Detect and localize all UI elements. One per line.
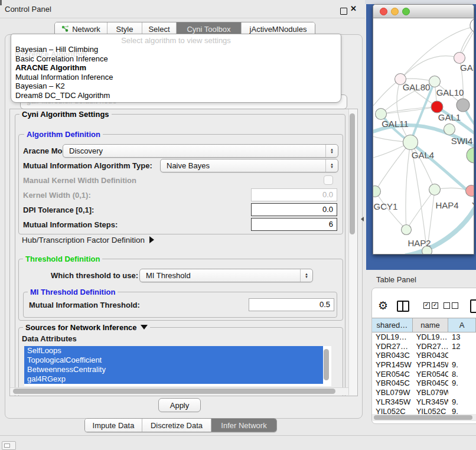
kernel-width-field[interactable]: 0.0 — [251, 188, 337, 201]
table-cell[interactable]: YDL19… — [372, 332, 413, 342]
sources-group-title[interactable]: Sources for Network Inference — [23, 323, 150, 332]
attributes-list-scrollbar[interactable] — [324, 349, 329, 380]
mi-threshold-field[interactable]: 0.5 — [249, 298, 334, 311]
table-cell[interactable]: 8. — [448, 370, 476, 379]
tab-discretize-data[interactable]: Discretize Data — [142, 419, 211, 432]
attribute-item-betweennesscentrality[interactable]: BetweennessCentrality — [24, 365, 323, 374]
traffic-light-close[interactable] — [380, 8, 387, 15]
dpi-tolerance-field[interactable]: 0.0 — [251, 203, 337, 216]
table-cell[interactable]: YBR045C — [413, 379, 448, 388]
table-row[interactable]: YDR27…YDR27…12 — [372, 342, 476, 351]
table-cell[interactable] — [448, 351, 476, 360]
attribute-item-selfloops[interactable]: SelfLoops — [24, 346, 323, 356]
network-edge[interactable] — [381, 107, 437, 114]
manual-kernel-checkbox[interactable] — [324, 175, 333, 185]
table-row[interactable]: YDL19…YDL19…13 — [372, 332, 476, 342]
network-window-titlebar[interactable] — [373, 5, 474, 18]
export-table-icon[interactable] — [470, 299, 476, 313]
table-row[interactable]: YER054CYER054C8. — [372, 370, 476, 379]
column-header-a[interactable]: A — [448, 318, 476, 332]
network-node[interactable] — [466, 185, 474, 197]
table-cell[interactable]: YBR043C — [372, 351, 413, 360]
network-node[interactable] — [444, 124, 455, 135]
table-cell[interactable]: YBR045C — [372, 379, 413, 388]
network-node[interactable] — [429, 76, 441, 87]
table-cell[interactable] — [448, 388, 476, 397]
settings-hscroll-thumb[interactable] — [13, 389, 335, 394]
column-layout-icon[interactable] — [397, 301, 409, 312]
table-cell[interactable]: YDR27… — [413, 342, 448, 351]
mi-type-value: Naive Bayes — [161, 159, 338, 172]
network-edge[interactable] — [400, 56, 459, 79]
attribute-item-topologicalcoefficient[interactable]: TopologicalCoefficient — [24, 356, 323, 365]
apply-button[interactable]: Apply — [158, 398, 201, 412]
column-header-shared[interactable]: shared… — [372, 318, 413, 332]
algorithm-option-mutual-information-inference[interactable]: Mutual Information Inference — [11, 73, 341, 82]
network-node[interactable] — [403, 135, 418, 150]
table-cell[interactable]: YLR345W — [413, 397, 448, 407]
which-threshold-combo[interactable]: MI Threshold ▲▼ — [139, 269, 313, 282]
algorithm-option-dream8-dc-tdc-algorithm[interactable]: Dream8 DC_TDC Algorithm — [11, 91, 341, 100]
gear-icon[interactable]: ⚙ — [378, 299, 388, 312]
table-cell[interactable]: YPR145W — [413, 360, 448, 370]
cyni-bottom-tabs: Impute DataDiscretize DataInfer Network — [84, 418, 277, 432]
column-header-name[interactable]: name — [413, 318, 448, 332]
network-canvas[interactable]: GALGAL80GAL10GAL1GAL11SWI4GAL4GCY1HAP4YH… — [373, 18, 474, 254]
aracne-mode-combo[interactable]: Discovery ▲▼ — [63, 144, 338, 158]
node-label-gal11: GAL11 — [382, 119, 409, 129]
table-cell[interactable]: YDR27… — [372, 342, 413, 351]
table-hscroll-thumb[interactable] — [374, 415, 472, 420]
traffic-light-zoom[interactable] — [402, 8, 410, 15]
table-cell[interactable]: 9. — [448, 379, 476, 388]
control-panel-titlebar — [0, 0, 365, 18]
table-cell[interactable]: 13 — [448, 332, 476, 342]
network-node[interactable] — [376, 109, 387, 120]
tab-impute-data[interactable]: Impute Data — [85, 419, 142, 432]
table-cell[interactable]: YER054C — [372, 370, 413, 379]
table-cell[interactable]: YBR043C — [413, 351, 448, 360]
network-node[interactable] — [454, 53, 465, 64]
table-row[interactable]: YBR045CYBR045C9. — [372, 379, 476, 388]
network-graph[interactable]: GALGAL80GAL10GAL1GAL11SWI4GAL4GCY1HAP4YH… — [373, 18, 474, 254]
table-cell[interactable]: YPR145W — [372, 360, 413, 370]
minimized-panel-button[interactable] — [2, 441, 16, 450]
select-all-checkboxes-icon[interactable]: ✓✓ — [423, 302, 438, 309]
network-node[interactable] — [431, 101, 443, 113]
table-row[interactable]: YPR145WYPR145W9. — [372, 360, 476, 370]
table-row[interactable]: YBR043CYBR043C — [372, 351, 476, 360]
network-node[interactable] — [467, 148, 474, 163]
float-window-icon[interactable] — [340, 8, 347, 15]
algorithm-option-aracne-algorithm[interactable]: ARACNE Algorithm — [11, 63, 341, 73]
table-cell[interactable]: YLR345W — [372, 397, 413, 407]
table-cell[interactable]: 9. — [448, 360, 476, 370]
table-cell[interactable]: YBL079W — [413, 388, 448, 397]
network-node[interactable] — [470, 18, 474, 32]
hub-definition-expander[interactable]: Hub/Transcription Factor Definition — [22, 236, 154, 244]
table-cell[interactable]: 9. — [448, 397, 476, 407]
table-cell[interactable]: 12 — [448, 342, 476, 351]
deselect-all-checkboxes-icon[interactable] — [444, 302, 458, 309]
close-icon[interactable]: ✕ — [350, 4, 357, 13]
settings-vscroll-thumb[interactable] — [350, 113, 355, 234]
table-cell[interactable]: YDL19… — [413, 332, 448, 342]
tab-infer-network[interactable]: Infer Network — [211, 419, 276, 432]
network-node[interactable] — [373, 186, 381, 197]
table-row[interactable]: YBL079WYBL079W — [372, 388, 476, 397]
table-cell[interactable]: YBL079W — [372, 388, 413, 397]
mi-steps-field[interactable]: 6 — [251, 218, 337, 231]
network-node[interactable] — [457, 99, 470, 112]
network-edge[interactable] — [410, 142, 435, 190]
mi-type-combo[interactable]: Naive Bayes ▲▼ — [160, 159, 338, 172]
network-node[interactable] — [429, 184, 441, 195]
sources-title-text: Sources for Network Inference — [25, 323, 137, 332]
traffic-light-minimize[interactable] — [391, 8, 399, 15]
network-edge[interactable] — [375, 142, 410, 191]
algorithm-option-bayesian-k2[interactable]: Bayesian – K2 — [11, 81, 341, 91]
network-node[interactable] — [402, 225, 412, 235]
splitter-collapse-icon[interactable] — [361, 217, 364, 221]
table-cell[interactable]: YER054C — [413, 370, 448, 379]
attribute-item-gal4rgexp[interactable]: gal4RGexp — [24, 374, 323, 384]
table-row[interactable]: YLR345WYLR345W9. — [372, 397, 476, 407]
network-edge[interactable] — [406, 142, 410, 230]
algorithm-definition-title: Algorithm Definition — [24, 130, 103, 139]
